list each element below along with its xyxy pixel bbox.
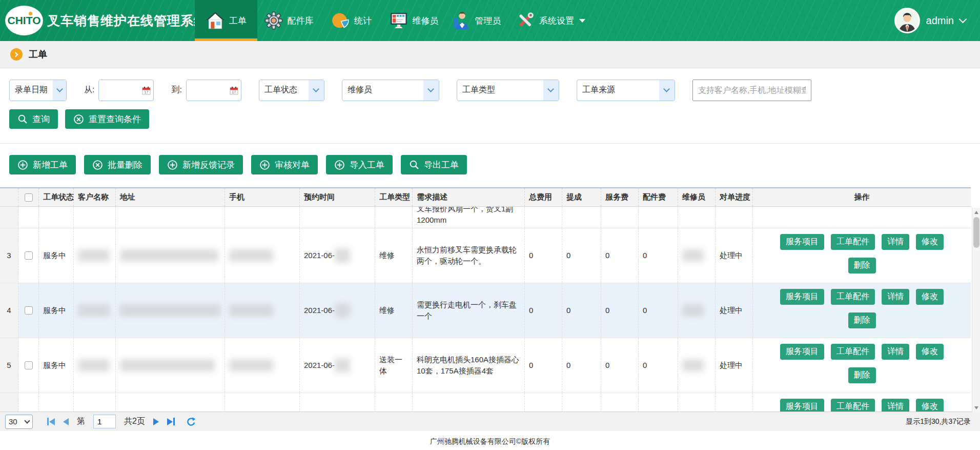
tab-work-orders[interactable]: 工单 (195, 0, 257, 41)
header-order-status[interactable]: 工单状态 (39, 188, 74, 206)
tab-administrators[interactable]: 管理员 (445, 0, 507, 41)
date-from-field: 17 (98, 80, 154, 101)
redacted-blur (120, 249, 218, 262)
header-select-all[interactable] (18, 188, 39, 206)
first-page-button[interactable] (47, 418, 55, 425)
scrollbar-thumb[interactable] (973, 217, 979, 248)
top-nav: CHITO 叉车销售维护在线管理系统 工单 (0, 0, 980, 41)
user-menu[interactable]: admin (894, 0, 966, 41)
header-customer-name[interactable]: 客户名称 (74, 188, 116, 206)
last-page-button[interactable] (167, 418, 175, 425)
customer-name-cell (74, 338, 116, 393)
table-row[interactable]: 3 服务中 2021-06- 维修 永恒力前移叉车需更换承载轮两个，驱动轮一个。… (0, 228, 971, 283)
breadcrumb: 工单 (0, 41, 980, 68)
header-parts-fee[interactable]: 配件费 (639, 188, 678, 206)
order-status-select[interactable]: 工单状态 (259, 80, 324, 101)
delete-button[interactable]: 删除 (848, 367, 876, 383)
next-page-button[interactable] (153, 418, 159, 425)
row-checkbox[interactable] (25, 251, 33, 260)
search-input[interactable] (692, 80, 811, 101)
page-size-select[interactable]: 30 (5, 415, 33, 429)
delete-button[interactable]: 删除 (848, 258, 876, 273)
header-order-type[interactable]: 工单类型 (375, 188, 413, 206)
service-items-button[interactable]: 服务项目 (780, 234, 824, 250)
prev-page-button[interactable] (63, 418, 69, 425)
redacted-blur (229, 304, 273, 317)
table-row[interactable]: 4 服务中 2021-06- 维修 需更换行走电机一个，刹车盘一个 0 0 0 … (0, 283, 971, 338)
redacted-blur (335, 303, 350, 318)
query-button[interactable]: 查询 (9, 109, 58, 129)
add-feedback-button[interactable]: 新增反馈记录 (159, 155, 243, 174)
tab-technicians[interactable]: 维修员 (382, 0, 445, 41)
calendar-icon[interactable]: 17 (142, 86, 151, 97)
tab-system-settings[interactable]: 系统设置 (507, 0, 594, 41)
edit-button[interactable]: 修改 (916, 344, 944, 360)
edit-button[interactable]: 修改 (916, 399, 944, 412)
technician-cell (678, 283, 716, 338)
address-cell (116, 338, 225, 393)
order-parts-button[interactable]: 工单配件 (831, 289, 875, 305)
records-summary: 显示1到30,共37记录 (906, 417, 975, 426)
order-type-select[interactable]: 工单类型 (457, 80, 559, 101)
batch-delete-button[interactable]: 批量删除 (84, 155, 151, 174)
details-button[interactable]: 详情 (882, 289, 909, 305)
refresh-button[interactable] (186, 417, 196, 427)
details-button[interactable]: 详情 (882, 344, 909, 360)
header-total-fee[interactable]: 总费用 (525, 188, 562, 206)
to-label: 到: (171, 85, 181, 95)
row-checkbox[interactable] (25, 361, 33, 369)
header-commission[interactable]: 提成 (562, 188, 601, 206)
table-row[interactable]: 5 服务中 2021-06- 送装一体 科朗充电机插头160A接插器心10套，1… (0, 338, 971, 393)
parts-fee-cell: 0 (639, 338, 678, 393)
header-technician[interactable]: 维修员 (678, 188, 716, 206)
audit-order-button[interactable]: 审核对单 (251, 155, 318, 174)
redacted-blur (682, 359, 704, 371)
row-checkbox[interactable] (25, 306, 33, 315)
service-items-button[interactable]: 服务项目 (780, 289, 824, 305)
edit-button[interactable]: 修改 (916, 234, 944, 250)
export-order-button[interactable]: 导出工单 (401, 155, 467, 174)
header-progress[interactable]: 对单进度 (716, 188, 753, 206)
customer-name-cell (74, 283, 116, 338)
order-parts-button[interactable]: 工单配件 (831, 344, 875, 360)
header-demand-desc[interactable]: 需求描述 (413, 188, 525, 206)
circle-x-icon (92, 160, 103, 170)
select-all-checkbox[interactable] (25, 193, 33, 202)
reset-query-button[interactable]: 重置查询条件 (65, 109, 149, 129)
scroll-down-arrow-icon[interactable] (972, 404, 980, 412)
appointment-cell: 2021-06- (300, 228, 375, 283)
scroll-up-arrow-icon[interactable] (972, 209, 980, 216)
add-order-button[interactable]: 新增工单 (9, 155, 76, 174)
date-from-input[interactable] (99, 80, 139, 101)
total-fee-cell: 0 (525, 283, 562, 338)
order-parts-button[interactable]: 工单配件 (831, 234, 875, 250)
table-row-partial-bottom[interactable]: 服务项目 工单配件 详情 修改 (0, 393, 971, 412)
date-type-select[interactable]: 录单日期 (9, 80, 67, 101)
redacted-blur (78, 359, 110, 371)
header-service-fee[interactable]: 服务费 (601, 188, 639, 206)
vertical-scrollbar[interactable] (972, 208, 980, 413)
service-items-button[interactable]: 服务项目 (780, 344, 824, 360)
page-number-input[interactable] (93, 415, 116, 428)
table-row-partial-top[interactable]: 叉车报价风扇一个，货叉1副 1200mm (0, 207, 971, 228)
header-appointment-time[interactable]: 预约时间 (300, 188, 375, 206)
order-parts-button[interactable]: 工单配件 (831, 399, 875, 412)
phone-cell (225, 283, 300, 338)
import-order-button[interactable]: 导入工单 (326, 155, 393, 174)
edit-button[interactable]: 修改 (916, 289, 944, 305)
header-address[interactable]: 地址 (116, 188, 225, 206)
order-source-select[interactable]: 工单来源 (577, 80, 675, 101)
details-button[interactable]: 详情 (882, 399, 909, 412)
technician-select[interactable]: 维修员 (342, 80, 439, 101)
calendar-icon[interactable]: 17 (230, 86, 238, 97)
date-to-input[interactable] (187, 80, 227, 101)
tab-parts[interactable]: 配件库 (257, 0, 320, 41)
service-items-button[interactable]: 服务项目 (780, 399, 824, 412)
table-body: 叉车报价风扇一个，货叉1副 1200mm 3 服务中 2021-06- 维修 永… (0, 207, 971, 412)
details-button[interactable]: 详情 (882, 234, 909, 250)
header-phone[interactable]: 手机 (225, 188, 300, 206)
logo-text: CHITO (8, 14, 41, 27)
tab-statistics[interactable]: 统计 (320, 0, 382, 41)
delete-button[interactable]: 删除 (848, 312, 876, 328)
page-prefix-label: 第 (77, 416, 85, 427)
